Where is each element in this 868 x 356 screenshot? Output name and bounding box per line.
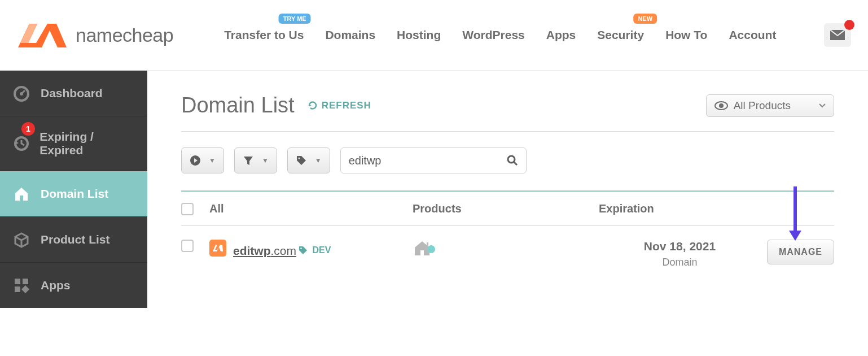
filter-bar: ▼ ▼ ▼	[181, 147, 834, 173]
tag-label: DEV	[312, 245, 331, 255]
top-nav: Transfer to Us TRY ME Domains Hosting Wo…	[224, 28, 824, 42]
svg-point-11	[298, 158, 300, 159]
home-icon	[12, 185, 30, 203]
top-header: namecheap Transfer to Us TRY ME Domains …	[0, 0, 868, 71]
tryme-badge: TRY ME	[279, 14, 311, 24]
svg-rect-6	[15, 286, 20, 292]
namecheap-favicon-icon	[209, 240, 226, 257]
refresh-button[interactable]: REFRESH	[308, 100, 371, 111]
nav-label: Security	[597, 28, 644, 41]
search-box[interactable]	[340, 147, 527, 173]
domain-link[interactable]: editwp.com	[233, 244, 296, 257]
clock-back-icon	[12, 134, 29, 153]
status-dot-icon	[427, 245, 435, 253]
namecheap-logo-icon	[17, 20, 68, 50]
nav-security[interactable]: Security NEW	[597, 28, 644, 42]
nav-wordpress[interactable]: WordPress	[462, 28, 525, 42]
gauge-icon	[12, 84, 30, 102]
refresh-label: REFRESH	[322, 100, 371, 111]
sidebar-item-expiring[interactable]: Expiring / Expired 1	[0, 116, 147, 171]
caret-down-icon: ▼	[262, 157, 269, 164]
search-input[interactable]	[349, 154, 507, 167]
sidebar-item-label: Domain List	[41, 187, 108, 201]
table-header: All Products Expiration	[181, 190, 834, 226]
sidebar-item-label: Dashboard	[41, 86, 103, 100]
count-badge: 1	[21, 122, 35, 136]
domain-cell: editwp.com DEV	[209, 240, 413, 258]
brand-name: namecheap	[76, 24, 173, 46]
divider	[181, 131, 834, 132]
svg-rect-5	[23, 279, 28, 284]
tag-icon	[299, 246, 308, 255]
nav-account[interactable]: Account	[729, 28, 776, 42]
brand-logo[interactable]: namecheap	[17, 20, 173, 50]
product-icon-home[interactable]	[413, 249, 432, 258]
chevron-down-icon	[819, 103, 826, 108]
search-icon	[507, 155, 518, 166]
sidebar-item-dashboard[interactable]: Dashboard	[0, 71, 147, 116]
col-header-products[interactable]: Products	[413, 202, 599, 215]
main-content: Domain List REFRESH All Products ▼ ▼	[147, 71, 868, 308]
filter-play-dropdown[interactable]: ▼	[181, 147, 224, 173]
row-checkbox[interactable]	[181, 240, 194, 252]
eye-icon	[714, 101, 728, 110]
svg-point-14	[301, 248, 302, 249]
sidebar-item-label: Product List	[41, 233, 110, 246]
domain-name-bold: editwp	[233, 244, 271, 257]
apps-icon	[12, 276, 30, 294]
svg-rect-4	[15, 279, 20, 284]
svg-point-2	[20, 92, 23, 95]
new-badge: NEW	[633, 14, 657, 24]
page-title: Domain List	[181, 93, 295, 118]
sidebar-item-apps[interactable]: Apps	[0, 263, 147, 308]
svg-point-12	[508, 156, 515, 163]
sidebar-item-domain-list[interactable]: Domain List	[0, 171, 147, 217]
refresh-icon	[308, 101, 317, 110]
expiration-date: Nov 18, 2021	[599, 240, 761, 253]
col-header-all[interactable]: All	[209, 202, 413, 215]
caret-down-icon: ▼	[209, 157, 216, 164]
play-circle-icon	[190, 155, 201, 166]
svg-rect-7	[21, 285, 29, 293]
filter-label: All Products	[734, 99, 791, 112]
tag-icon	[296, 155, 307, 166]
domain-tld: .com	[271, 244, 297, 257]
filter-tag-dropdown[interactable]: ▼	[287, 147, 330, 173]
expiration-sub: Domain	[599, 257, 761, 268]
nav-howto[interactable]: How To	[665, 28, 707, 42]
domain-tag[interactable]: DEV	[299, 245, 331, 255]
annotation-arrow-icon	[787, 186, 804, 243]
sidebar: Dashboard Expiring / Expired 1 Domain Li…	[0, 71, 147, 308]
sidebar-item-label: Apps	[41, 279, 71, 292]
notification-dot-icon	[844, 20, 854, 30]
sidebar-item-label: Expiring / Expired	[40, 130, 135, 157]
funnel-icon	[243, 155, 254, 166]
mail-button[interactable]	[824, 23, 851, 47]
nav-apps[interactable]: Apps	[546, 28, 576, 42]
filter-funnel-dropdown[interactable]: ▼	[234, 147, 277, 173]
products-filter-dropdown[interactable]: All Products	[706, 94, 834, 117]
box-icon	[12, 231, 30, 249]
page-head: Domain List REFRESH All Products	[181, 93, 834, 118]
svg-point-9	[719, 103, 724, 108]
caret-down-icon: ▼	[315, 157, 322, 164]
nav-hosting[interactable]: Hosting	[397, 28, 441, 42]
table-row: editwp.com DEV Nov 18, 2021 Domain	[181, 226, 834, 282]
nav-transfer[interactable]: Transfer to Us TRY ME	[224, 28, 304, 42]
nav-label: Transfer to Us	[224, 28, 304, 41]
mail-icon	[830, 30, 845, 40]
nav-domains[interactable]: Domains	[325, 28, 375, 42]
select-all-checkbox[interactable]	[181, 203, 194, 215]
manage-button[interactable]: MANAGE	[767, 240, 834, 264]
sidebar-item-product-list[interactable]: Product List	[0, 217, 147, 263]
col-header-expiration[interactable]: Expiration	[599, 202, 761, 215]
